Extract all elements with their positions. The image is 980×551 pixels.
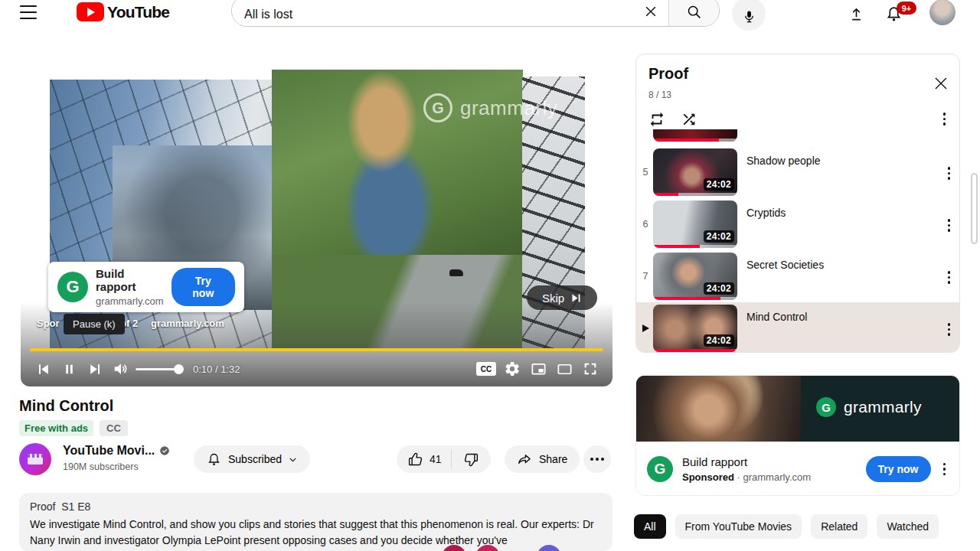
dislike-button[interactable]: [452, 445, 491, 473]
player-controls: 0:10 / 1:32 CC: [30, 355, 603, 383]
ad-progress-bar[interactable]: [30, 348, 603, 351]
skip-icon: [570, 292, 582, 304]
video-player[interactable]: G grammarly G Build rapport grammarly.co…: [21, 54, 612, 386]
ad-banner[interactable]: G grammarly: [636, 376, 959, 442]
chevron-down-icon: [288, 455, 298, 465]
miniplayer-icon: [530, 360, 547, 378]
duration-badge: 24:02: [704, 334, 734, 347]
playlist-item[interactable]: 7 24:02 Secret Societies: [636, 250, 959, 302]
miniplayer-button[interactable]: [525, 355, 551, 383]
next-button[interactable]: [82, 355, 108, 383]
video-thumbnail[interactable]: 24:02: [653, 201, 737, 248]
ad-overlay-card[interactable]: G Build rapport grammarly.com Try now: [48, 262, 244, 312]
channel-name[interactable]: YouTube Movi...: [63, 444, 155, 458]
try-now-button[interactable]: Try now: [172, 268, 235, 306]
loop-playlist-button[interactable]: [648, 111, 665, 128]
search-button[interactable]: [668, 0, 719, 26]
playlist-title: Proof: [648, 65, 688, 83]
volume-icon: [113, 360, 129, 377]
account-avatar[interactable]: [929, 0, 956, 25]
share-icon: [517, 452, 533, 468]
voice-search-button[interactable]: [732, 0, 766, 31]
sidebar-ad-card[interactable]: G grammarly G Build rapport Sponsored · …: [635, 375, 960, 496]
theater-mode-button[interactable]: [551, 355, 577, 383]
playlist-item[interactable]: 5 24:02 Shadow people: [636, 146, 959, 198]
captions-icon: CC: [476, 362, 496, 376]
theater-icon: [556, 360, 573, 378]
playlist-item-title[interactable]: Cryptids: [746, 206, 923, 220]
playlist-item-title[interactable]: Shadow people: [746, 154, 923, 168]
like-button[interactable]: 41: [397, 445, 451, 473]
shuffle-playlist-button[interactable]: [681, 111, 697, 128]
captions-button[interactable]: CC: [473, 355, 499, 383]
chip-all[interactable]: All: [634, 514, 666, 539]
thumb-up-icon: [407, 452, 423, 468]
fullscreen-icon: [582, 360, 599, 377]
channel-avatar[interactable]: [19, 443, 51, 475]
chip-from-youtube-movies[interactable]: From YouTube Movies: [675, 514, 802, 539]
thumb-down-icon: [463, 452, 479, 468]
item-menu-button[interactable]: [945, 216, 954, 235]
playlist-panel: Proof 8 / 13 5 24:02 Shadow people 6 24:…: [635, 54, 960, 353]
ad-video-dog: [449, 269, 463, 276]
try-now-button[interactable]: Try now: [866, 456, 931, 482]
previous-button[interactable]: [30, 355, 56, 383]
ad-title: Build rapport: [682, 455, 857, 468]
upload-button[interactable]: [845, 3, 867, 24]
subscribed-button[interactable]: Subscribed: [194, 445, 310, 473]
playlist-item-title[interactable]: Secret Societies: [746, 258, 923, 272]
youtube-logo[interactable]: YouTube: [77, 2, 169, 21]
clear-search-icon[interactable]: [633, 0, 668, 26]
search-bar: [231, 0, 720, 27]
skip-ad-button[interactable]: Skip: [527, 285, 597, 310]
mute-button[interactable]: [108, 355, 134, 383]
grammarly-g-icon: G: [647, 456, 673, 482]
playlist-item[interactable]: 6 24:02 Cryptids: [636, 198, 959, 250]
youtube-play-icon: [77, 2, 104, 21]
video-thumbnail[interactable]: 24:02: [653, 148, 737, 196]
previous-icon: [36, 362, 51, 377]
fullscreen-button[interactable]: [577, 355, 603, 383]
description-text: We investigate Mind Control, and show yo…: [30, 517, 602, 548]
duration-badge: 24:02: [704, 230, 734, 243]
settings-button[interactable]: [499, 355, 525, 383]
ad-menu-button[interactable]: [940, 460, 949, 479]
scrollbar-thumb[interactable]: [971, 173, 978, 244]
pause-button[interactable]: [56, 355, 82, 383]
close-playlist-button[interactable]: [932, 74, 950, 93]
duration-badge: 24:02: [704, 178, 734, 191]
free-with-ads-badge: Free with ads: [19, 420, 93, 436]
description-box[interactable]: Proof S1 E8 We investigate Mind Control,…: [19, 493, 612, 551]
chip-related[interactable]: Related: [811, 514, 867, 539]
ad-sponsored-line: Sponsored · grammarly.com: [682, 471, 857, 483]
now-playing-icon: [642, 324, 649, 332]
video-title: Mind Control: [19, 397, 113, 415]
bell-icon: [206, 452, 222, 468]
item-menu-button[interactable]: [945, 320, 954, 339]
grammarly-logo-icon: G: [57, 272, 88, 302]
microphone-icon: [742, 9, 756, 24]
sponsored-label: Spor: [37, 318, 60, 329]
more-actions-button[interactable]: [583, 445, 611, 473]
share-button[interactable]: Share: [505, 445, 580, 473]
grammarly-g-icon: G: [423, 93, 452, 122]
notification-count-badge: 9+: [897, 2, 916, 15]
video-badges: Free with ads CC: [19, 420, 128, 436]
video-thumbnail[interactable]: 24:02: [653, 305, 737, 352]
like-count: 41: [430, 453, 442, 465]
video-thumbnail[interactable]: 24:02: [653, 253, 737, 300]
gear-icon: [504, 360, 521, 377]
ad-overlay-title: Build rapport: [96, 267, 164, 293]
playlist-item-title[interactable]: Mind Control: [746, 310, 923, 324]
item-menu-button[interactable]: [945, 164, 954, 183]
show-episode-meta: Proof S1 E8: [30, 500, 602, 513]
playlist-menu-button[interactable]: [940, 109, 949, 129]
volume-slider[interactable]: [136, 364, 184, 374]
item-menu-button[interactable]: [945, 268, 954, 287]
playlist-item-current[interactable]: 24:02 Mind Control: [636, 302, 959, 353]
search-input[interactable]: [232, 0, 633, 26]
playlist-item-partial-thumbnail[interactable]: [653, 129, 737, 142]
chip-watched[interactable]: Watched: [877, 514, 939, 539]
upload-icon: [848, 5, 865, 23]
menu-button[interactable]: [20, 5, 37, 19]
